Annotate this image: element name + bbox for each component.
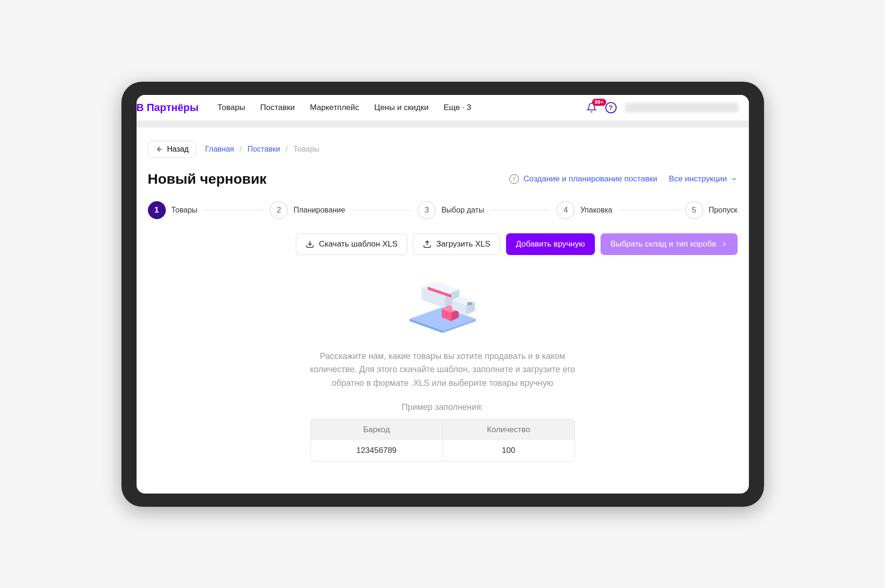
step-circle: 1 [148, 201, 166, 219]
top-nav: Товары Поставки Маркетплейс Цены и скидк… [217, 103, 586, 112]
upload-icon [423, 240, 431, 248]
nav-item-marketplace[interactable]: Маркетплейс [310, 103, 359, 112]
notification-badge: 99+ [592, 99, 607, 106]
download-template-button[interactable]: Скачать шаблон XLS [296, 233, 407, 255]
download-template-label: Скачать шаблон XLS [319, 239, 397, 249]
step-connector [204, 210, 264, 210]
breadcrumb: Главная / Поставки / Товары [205, 145, 319, 153]
step-3[interactable]: 3 Выбор даты [418, 201, 484, 219]
crumb-supplies[interactable]: Поставки [248, 145, 280, 153]
chevron-right-icon [721, 241, 728, 247]
step-label: Пропуск [709, 206, 738, 214]
svg-rect-15 [467, 302, 472, 305]
td-barcode: 123456789 [311, 440, 443, 461]
crumb-sep: / [240, 145, 241, 153]
arrow-left-icon [156, 145, 163, 153]
back-button[interactable]: Назад [148, 141, 197, 158]
chevron-down-icon [731, 176, 738, 182]
topline: Назад Главная / Поставки / Товары [148, 141, 738, 158]
upload-xls-button[interactable]: Загрузить XLS [413, 233, 500, 255]
step-label: Товары [172, 206, 198, 214]
step-2[interactable]: 2 Планирование [270, 201, 345, 219]
empty-state: Расскажите нам, какие товары вы хотите п… [148, 269, 738, 461]
stepper: 1 Товары 2 Планирование 3 Выбор даты 4 У… [148, 201, 738, 219]
step-label: Планирование [293, 206, 345, 214]
action-row: Скачать шаблон XLS Загрузить XLS Добавит… [148, 233, 738, 255]
info-link: Создание и планирование поставки [524, 174, 658, 184]
screen: В Партнёры Товары Поставки Маркетплейс Ц… [137, 95, 749, 494]
table-header-row: Баркод Количество [311, 419, 575, 440]
crumb-home[interactable]: Главная [205, 145, 234, 153]
divider-strip [137, 121, 749, 128]
th-quantity: Количество [442, 419, 575, 440]
step-connector [490, 210, 550, 210]
step-5[interactable]: 5 Пропуск [685, 201, 738, 219]
example-table: Баркод Количество 123456789 100 [310, 419, 575, 461]
add-manual-label: Добавить вручную [516, 239, 585, 249]
choose-warehouse-button[interactable]: Выбрать склад и тип короба [601, 233, 738, 255]
user-menu[interactable] [625, 103, 739, 112]
crumb-sep: / [286, 145, 288, 153]
upload-xls-label: Загрузить XLS [436, 239, 490, 249]
nav-item-more[interactable]: Еще · 3 [444, 103, 471, 112]
title-actions: i Создание и планирование поставки Все и… [509, 174, 738, 184]
step-4[interactable]: 4 Упаковка [557, 201, 612, 219]
table-row: 123456789 100 [311, 440, 575, 461]
boxes-illustration [400, 274, 485, 335]
step-connector [352, 210, 411, 210]
step-label: Упаковка [580, 206, 612, 214]
nav-item-goods[interactable]: Товары [217, 103, 245, 112]
notifications-button[interactable]: 99+ [586, 102, 597, 113]
step-label: Выбор даты [441, 206, 484, 214]
step-circle: 2 [270, 201, 288, 219]
all-instructions-link[interactable]: Все инструкции [669, 174, 737, 184]
empty-description: Расскажите нам, какие товары вы хотите п… [296, 349, 589, 390]
choose-warehouse-label: Выбрать склад и тип короба [610, 239, 716, 249]
step-connector [619, 210, 679, 210]
info-link-row[interactable]: i Создание и планирование поставки [509, 174, 658, 184]
topbar: В Партнёры Товары Поставки Маркетплейс Ц… [137, 95, 749, 121]
all-instructions-label: Все инструкции [669, 174, 727, 184]
title-row: Новый черновик i Создание и планирование… [148, 171, 738, 187]
info-icon: i [509, 174, 519, 184]
step-circle: 4 [557, 201, 575, 219]
th-barcode: Баркод [311, 419, 443, 440]
td-quantity: 100 [442, 440, 575, 461]
nav-item-supplies[interactable]: Поставки [260, 103, 295, 112]
crumb-current: Товары [293, 145, 319, 153]
nav-item-prices[interactable]: Цены и скидки [374, 103, 429, 112]
topbar-right: 99+ ? [586, 102, 739, 113]
step-circle: 5 [685, 201, 703, 219]
step-1[interactable]: 1 Товары [148, 201, 198, 219]
content: Назад Главная / Поставки / Товары Новый … [137, 128, 749, 494]
back-label: Назад [167, 145, 189, 153]
page-title: Новый черновик [148, 171, 267, 187]
brand-logo[interactable]: В Партнёры [137, 102, 199, 114]
example-label: Пример заполнения: [402, 402, 483, 412]
step-circle: 3 [418, 201, 436, 219]
help-button[interactable]: ? [605, 102, 617, 113]
tablet-frame: В Партнёры Товары Поставки Маркетплейс Ц… [121, 82, 764, 507]
add-manual-button[interactable]: Добавить вручную [506, 233, 595, 255]
download-icon [306, 240, 314, 248]
